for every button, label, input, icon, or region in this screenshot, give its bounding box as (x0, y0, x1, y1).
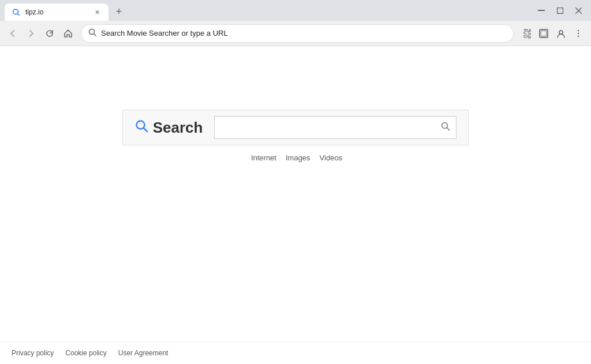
svg-rect-2 (538, 10, 545, 11)
search-tabs: Internet Images Videos (249, 152, 342, 163)
svg-rect-9 (541, 31, 547, 36)
svg-line-1 (18, 14, 20, 16)
search-row: Search (122, 110, 469, 145)
address-text: Search Movie Searcher or type a URL (101, 29, 506, 37)
search-input-wrapper[interactable] (214, 116, 457, 139)
extensions-button[interactable] (518, 25, 534, 42)
svg-point-11 (578, 29, 579, 31)
reload-button[interactable] (42, 25, 58, 42)
search-label-text: Search (153, 119, 203, 137)
title-bar: tipz.io ✕ + (0, 0, 591, 21)
browser-frame: tipz.io ✕ + (0, 0, 591, 364)
maximize-button[interactable] (552, 4, 568, 17)
footer: Privacy policy Cookie policy User Agreem… (0, 342, 591, 364)
search-label-container: Search (134, 119, 203, 137)
search-label-icon (134, 119, 148, 136)
back-button[interactable] (5, 25, 21, 42)
active-tab[interactable]: tipz.io ✕ (5, 3, 109, 21)
forward-button[interactable] (23, 25, 39, 42)
tab-internet[interactable]: Internet (251, 152, 276, 163)
search-submit-icon[interactable] (441, 122, 450, 133)
svg-point-10 (559, 31, 563, 34)
search-area: Search Internet Images Videos (0, 46, 591, 163)
tab-videos[interactable]: Videos (320, 152, 343, 163)
menu-button[interactable] (570, 25, 586, 42)
profile-button[interactable] (553, 25, 569, 42)
tab-images[interactable]: Images (286, 152, 311, 163)
toolbar: Search Movie Searcher or type a URL (0, 21, 591, 46)
user-agreement-link[interactable]: User Agreement (118, 349, 169, 357)
tab-close-button[interactable]: ✕ (92, 7, 102, 17)
address-search-icon (88, 28, 96, 38)
svg-point-12 (578, 32, 579, 33)
cookie-policy-link[interactable]: Cookie policy (65, 349, 106, 357)
svg-rect-3 (557, 7, 563, 13)
svg-line-7 (94, 34, 96, 36)
page-content: Search Internet Images Videos Privacy po… (0, 46, 591, 364)
tab-title: tipz.io (25, 8, 88, 16)
new-tab-button[interactable]: + (111, 3, 127, 20)
minimize-button[interactable] (533, 4, 549, 17)
close-button[interactable] (570, 4, 586, 17)
search-input[interactable] (220, 123, 441, 132)
tab-search-button[interactable] (536, 25, 552, 42)
home-button[interactable] (60, 25, 76, 42)
privacy-policy-link[interactable]: Privacy policy (12, 349, 54, 357)
toolbar-icons (518, 25, 586, 42)
address-bar[interactable]: Search Movie Searcher or type a URL (81, 24, 514, 43)
svg-point-13 (578, 35, 579, 36)
svg-line-15 (144, 128, 147, 132)
window-controls (533, 4, 586, 17)
tab-favicon (12, 7, 21, 17)
svg-line-17 (447, 128, 450, 131)
tab-bar: tipz.io ✕ + (5, 0, 529, 21)
